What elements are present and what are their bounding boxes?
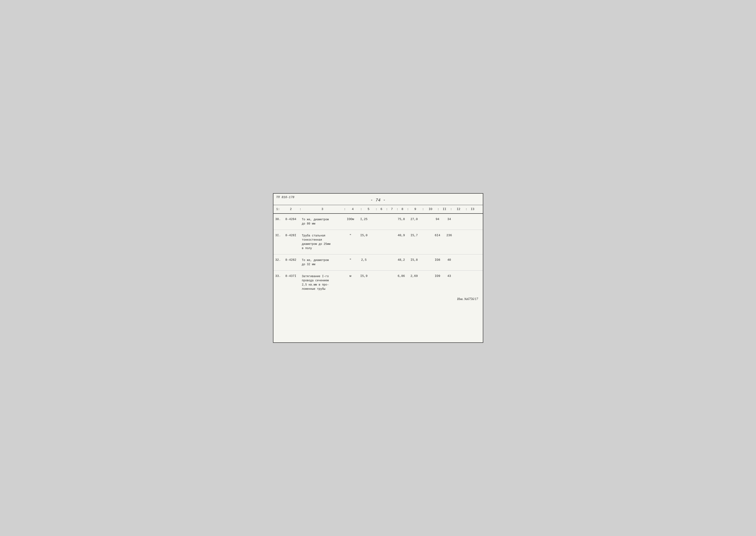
row-col4: ": [343, 234, 358, 237]
row-col13: 40: [444, 258, 455, 262]
header-sep4: :: [375, 207, 377, 211]
header-sep8: :: [422, 207, 424, 211]
header-sep10: :: [450, 207, 452, 211]
row-col5: I5,9: [358, 274, 370, 278]
row-description: Труба стальнаятонкостеннаядиаметром до 2…: [301, 234, 343, 251]
row-description: То же, диаметромдо 80 мм: [301, 218, 343, 226]
row-code: 8-4284: [283, 218, 299, 221]
table-header: 1: 2 : 3 : 4 : 5 : 6 : 7 : 8 : 9 : IO : …: [273, 205, 483, 214]
row-col10: 2,69: [408, 274, 421, 278]
row-col5: I5,0: [358, 234, 370, 237]
row-col9: 48,2: [395, 258, 408, 262]
row-code: 8-4282: [283, 258, 299, 262]
header-sep9: :: [437, 207, 439, 211]
row-col5: 2,5: [358, 258, 370, 262]
header-col4: 4: [346, 207, 360, 211]
header-sep5: :: [386, 207, 388, 211]
row-col13: 236: [444, 234, 455, 237]
header-col11: II: [439, 207, 450, 211]
row-num: 32.: [273, 258, 283, 262]
header-col6: 6: [377, 207, 386, 211]
table-body: 30. 8-4284 То же, диаметромдо 80 мм IOOм…: [273, 214, 483, 295]
header-col10: IO: [424, 207, 437, 211]
row-col5: I,25: [358, 218, 370, 221]
row-col12: 94: [431, 218, 444, 221]
row-col9: 40,9: [395, 234, 408, 237]
row-num: 30.: [273, 218, 283, 221]
row-num: 3I.: [273, 234, 283, 237]
header-col9: 9: [409, 207, 422, 211]
row-col4: ": [343, 258, 358, 262]
header-col8: 8: [398, 207, 407, 211]
row-col4: м: [343, 274, 358, 278]
header-sep3: :: [360, 207, 362, 211]
document-title: ТП 816-178: [276, 195, 295, 199]
header-col13: I3: [467, 207, 478, 211]
row-col13: 34: [444, 218, 455, 221]
row-col10: I5,8: [408, 258, 421, 262]
header-col3: 3: [301, 207, 343, 211]
header-col5: 5: [362, 207, 375, 211]
header-sep7: :: [407, 207, 409, 211]
header-sep11: :: [465, 207, 467, 211]
header-col7: 7: [388, 207, 396, 211]
row-col12: IO8: [431, 258, 444, 262]
row-col10: I5,7: [408, 234, 421, 237]
row-description: То же, диаметромдо 32 мм: [301, 258, 343, 267]
row-col12: 6I4: [431, 234, 444, 237]
row-col9: 75,8: [395, 218, 408, 221]
row-col12: IO9: [431, 274, 444, 278]
table-row: 3I. 8-428I Труба стальнаятонкостеннаядиа…: [273, 230, 483, 254]
header-col2: 2: [283, 207, 299, 211]
row-num: 33.: [273, 274, 283, 278]
footer-note: Инв. №6756/17: [273, 295, 483, 304]
row-description: Затягивание I-гопровода сечением2,5 кв.м…: [301, 274, 343, 291]
table-row: 32. 8-4282 То же, диаметромдо 32 мм " 2,…: [273, 254, 483, 271]
row-col13: 43: [444, 274, 455, 278]
row-col10: 27,0: [408, 218, 421, 221]
header-col12: I2: [452, 207, 465, 211]
page-number: - 74 -: [273, 194, 483, 205]
table-row: 30. 8-4284 То же, диаметромдо 80 мм IOOм…: [273, 214, 483, 230]
header-sep1: :: [299, 207, 301, 211]
row-code: 8-437I: [283, 274, 299, 278]
header-col1: 1:: [273, 207, 283, 211]
row-code: 8-428I: [283, 234, 299, 237]
header-sep2: :: [343, 207, 346, 211]
table-row: 33. 8-437I Затягивание I-гопровода сечен…: [273, 271, 483, 295]
document-page: ТП 816-178 - 74 - 1: 2 : 3 : 4 : 5 : 6 :…: [273, 193, 483, 343]
row-col9: 6,86: [395, 274, 408, 278]
header-sep6: :: [396, 207, 398, 211]
row-col4: IOOм: [343, 218, 358, 221]
